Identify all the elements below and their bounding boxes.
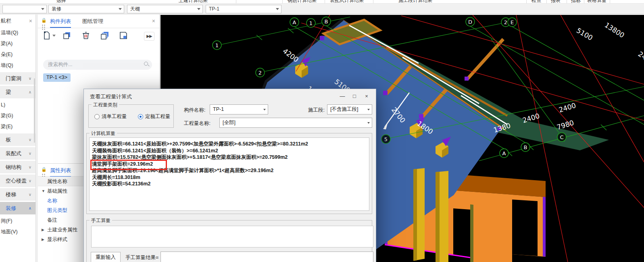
top-menu-bar: 选择土建计算结果钢筋计算结果装配式计算结果施工段计算结果检查报表指标表格算量 [0,0,644,4]
lock-icon[interactable]: 🔒 [41,18,47,23]
manual-quantity-textarea[interactable] [91,226,373,247]
property-label: 备注 [47,217,57,223]
sidebar-item[interactable]: 墙(Q) [0,60,35,71]
quantity-category-label: 工程量类别 [92,102,119,108]
sidebar-item[interactable]: 间(F) [0,216,35,227]
search-placeholder: 搜索构件... [48,62,72,67]
sidebar-section-label: 梁 [6,89,11,95]
reinput-button[interactable]: 重新输入 [91,252,121,262]
sidebar-section-label: 装配式 [6,150,21,156]
menu-item[interactable]: 表格算量 [587,0,606,4]
tab-property-list[interactable]: 属性列表 [50,164,71,177]
more-tools-icon[interactable]: ▶▶ [144,32,154,41]
component-name-select[interactable]: TP-1 [210,104,268,114]
triangle-down-icon: ▼ [42,186,45,196]
copy-icon[interactable] [61,31,73,42]
quantity-category-group: 工程量类别 清单工程量定额工程量 [88,104,174,128]
svg-text:E: E [511,19,514,25]
menu-item[interactable]: 指标 [571,0,581,4]
property-label: 基础属性 [47,188,67,194]
property-label: 图元类型 [47,208,67,213]
close-icon[interactable]: × [362,92,371,100]
triangle-right-icon: ▶ [42,235,44,244]
triangle-right-icon: ▶ [42,225,44,235]
sidebar-section-label: 板 [6,137,11,143]
sidebar-item[interactable]: 梁(E) [0,121,35,132]
axis-bubble-D: D [466,17,475,26]
sidebar-section-装配式[interactable]: 装配式∨ [0,147,35,160]
component-name-label: 构件名称: [184,107,205,114]
manual-quantity-label: 手工算量 [90,217,112,224]
sidebar-section-门窗洞[interactable]: 门窗洞∨ [0,72,35,85]
menu-item[interactable]: 钢筋计算结果 [288,0,317,4]
svg-text:1: 1 [309,20,313,26]
radio-清单工程量[interactable]: 清单工程量 [94,114,127,120]
new-component-caret-icon[interactable] [52,31,56,42]
menu-item[interactable]: 选择 [56,0,66,4]
sidebar-section-装修[interactable]: 装修∧ [0,202,35,214]
sidebar-item[interactable]: L) [0,100,35,110]
toolbar-combo-1[interactable]: 装修 [48,5,124,13]
sidebar-section-板[interactable]: 板∨ [0,133,35,146]
toolbar-combo-3[interactable]: TP-1 [206,5,281,13]
menu-separator [526,0,527,4]
navigation-title: 航栏 [1,18,11,24]
minimize-icon[interactable]: — [338,92,347,100]
sidebar-section-梁[interactable]: 梁∧ [0,86,35,98]
selection-toolbar: 装修天棚TP-1 [0,4,644,14]
panel-close-icon[interactable]: × [152,18,155,24]
menu-item[interactable]: 报表 [551,0,561,4]
svg-text:A: A [502,150,506,156]
quantity-name-select[interactable]: [全部] [219,118,372,128]
sidebar-section-钢结构[interactable]: 钢结构∨ [0,161,35,173]
scrollbar[interactable] [34,78,35,143]
new-component-icon[interactable] [41,31,52,42]
chevron-down-icon [197,8,200,10]
menu-item[interactable]: 检查 [531,0,541,4]
menu-item[interactable]: 装配式计算结果 [330,0,364,4]
search-input[interactable]: 搜索构件... [43,60,152,70]
lock-icon[interactable]: 🔒 [41,167,47,172]
menu-separator [584,0,584,4]
chevron-icon: ∨ [29,161,31,173]
svg-text:C: C [560,134,563,140]
delete-icon[interactable] [80,31,92,42]
close-icon[interactable]: × [29,15,32,27]
sidebar-section-楼梯[interactable]: 楼梯∨ [0,188,35,201]
formula-list: 天棚抹灰面积=66.1241<原始面积>+20.7599<加悬空梁外露面积>-6… [89,137,369,211]
tab-drawing-management[interactable]: 图纸管理 [82,15,103,28]
axis-bubble-1: 1 [306,19,315,27]
chevron-icon: ∨ [29,175,31,187]
maximize-icon[interactable]: □ [350,92,359,100]
construction-section-label: 施工段: [308,107,325,114]
axis-bubble-B: B [322,17,331,26]
sidebar-section-label: 空心楼盖 [6,178,27,184]
sidebar-section-label: 装修 [6,205,16,211]
chevron-icon: ∨ [29,72,31,85]
navigation-items: 温墙(Q)梁(A)朵(E)墙(Q)门窗洞∨梁∧L)梁(G)梁(E)板∨装配式∨钢… [0,27,35,237]
sidebar-item[interactable]: 朵(E) [0,49,35,60]
property-label: 土建业务属性 [47,227,77,233]
radio-定额工程量[interactable]: 定额工程量 [138,114,171,120]
sidebar-item[interactable]: 地面(V) [0,227,35,237]
sidebar-item[interactable]: 梁(G) [0,110,35,121]
manual-result-input[interactable] [160,252,373,262]
save-icon[interactable] [118,31,129,42]
axis-bubble-5: 5 [381,135,390,143]
sidebar-item[interactable]: 梁(A) [0,38,35,49]
tab-component-list[interactable]: 构件列表 [50,15,71,28]
radio-selected-icon [138,114,143,119]
component-item-tp1[interactable]: TP-1 <3> [43,73,71,82]
svg-text:5: 5 [384,136,388,142]
computed-quantity-label: 计算机算量 [90,130,117,137]
menu-item[interactable]: 土建计算结果 [179,0,208,4]
toolbar-combo-2[interactable]: 天棚 [127,5,203,13]
sidebar-section-空心楼盖[interactable]: 空心楼盖∨ [0,175,35,187]
duplicate-icon[interactable] [99,31,110,42]
sidebar-section-label: 楼梯 [6,191,16,198]
toolbar-combo-0[interactable] [2,5,47,13]
formula-line: 天棚抹灰面积=66.1241<原始面积>+20.7599<加悬空梁外露面积>-6… [92,141,369,148]
construction-section-select[interactable]: [不含施工段] [327,104,372,114]
sidebar-item[interactable]: 温墙(Q) [0,27,35,38]
axis-bubble-2: 2 [256,68,265,77]
